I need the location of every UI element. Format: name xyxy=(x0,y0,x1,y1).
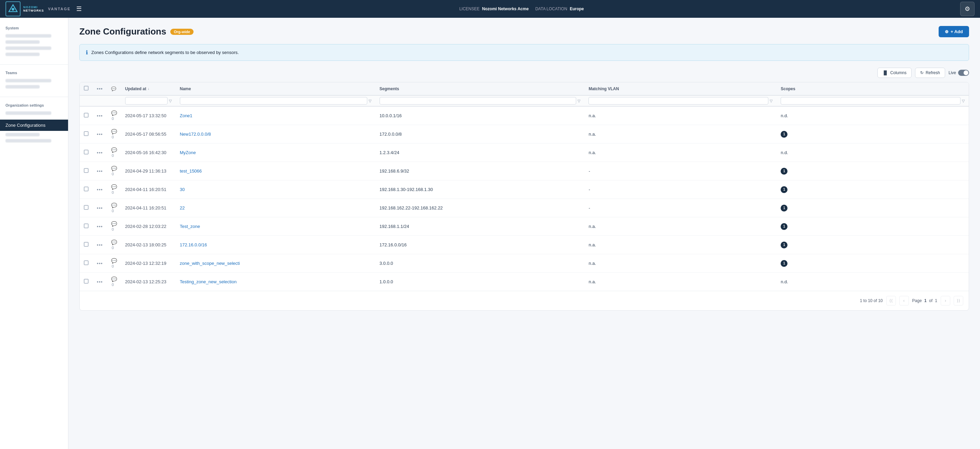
row-comment-cell[interactable]: 💬 0 xyxy=(107,162,121,181)
row-name-link[interactable]: MyZone xyxy=(180,150,196,155)
row-comment-icon[interactable]: 💬 xyxy=(111,203,117,208)
row-dots-icon[interactable]: ••• xyxy=(97,224,103,229)
row-comment-icon[interactable]: 💬 xyxy=(111,184,117,190)
row-dots-icon[interactable]: ••• xyxy=(97,113,103,119)
row-name[interactable]: Test_zone xyxy=(176,217,375,236)
row-checkbox[interactable] xyxy=(84,187,89,191)
filter-scopes-input[interactable] xyxy=(781,97,961,105)
row-comment-icon[interactable]: 💬 xyxy=(111,276,117,282)
row-name-link[interactable]: test_15066 xyxy=(180,168,202,174)
row-name-link[interactable]: Testing_zone_new_selection xyxy=(180,279,237,284)
row-actions-cell[interactable]: ••• xyxy=(93,273,107,291)
row-checkbox-cell[interactable] xyxy=(80,125,93,143)
row-name[interactable]: New172.0.0.0/8 xyxy=(176,125,375,143)
prev-page-button[interactable]: ‹ xyxy=(899,296,909,306)
row-name[interactable]: 30 xyxy=(176,181,375,199)
row-dots-icon[interactable]: ••• xyxy=(97,205,103,211)
row-dots-icon[interactable]: ••• xyxy=(97,150,103,155)
live-toggle-switch[interactable] xyxy=(958,70,969,76)
first-page-button[interactable]: ⟨⟨ xyxy=(886,296,896,306)
row-checkbox-cell[interactable] xyxy=(80,254,93,273)
filter-updated-at-input[interactable] xyxy=(125,97,167,105)
row-name-link[interactable]: zone_with_scope_new_selecti xyxy=(180,261,240,266)
row-comment-icon[interactable]: 💬 xyxy=(111,129,117,134)
row-dots-icon[interactable]: ••• xyxy=(97,168,103,174)
row-actions-cell[interactable]: ••• xyxy=(93,199,107,217)
refresh-button[interactable]: ↻ Refresh xyxy=(915,68,945,78)
row-actions-cell[interactable]: ••• xyxy=(93,236,107,254)
row-dots-icon[interactable]: ••• xyxy=(97,187,103,192)
row-dots-icon[interactable]: ••• xyxy=(97,242,103,248)
row-comment-cell[interactable]: 💬 0 xyxy=(107,236,121,254)
row-dots-icon[interactable]: ••• xyxy=(97,132,103,137)
header-checkbox[interactable] xyxy=(80,83,93,95)
row-comment-cell[interactable]: 💬 0 xyxy=(107,199,121,217)
row-checkbox[interactable] xyxy=(84,113,89,117)
header-matching-vlan[interactable]: Matching VLAN xyxy=(584,83,776,95)
row-comment-cell[interactable]: 💬 0 xyxy=(107,143,121,162)
row-name[interactable]: zone_with_scope_new_selecti xyxy=(176,254,375,273)
row-name[interactable]: test_15066 xyxy=(176,162,375,181)
row-actions-cell[interactable]: ••• xyxy=(93,217,107,236)
row-name-link[interactable]: Test_zone xyxy=(180,224,200,229)
row-comment-cell[interactable]: 💬 0 xyxy=(107,181,121,199)
row-checkbox[interactable] xyxy=(84,260,89,265)
row-actions-cell[interactable]: ••• xyxy=(93,162,107,181)
row-checkbox-cell[interactable] xyxy=(80,106,93,125)
row-name-link[interactable]: 30 xyxy=(180,187,185,192)
row-checkbox-cell[interactable] xyxy=(80,217,93,236)
columns-button[interactable]: ▐▌ Columns xyxy=(877,68,912,78)
header-name[interactable]: Name xyxy=(176,83,375,95)
row-checkbox-cell[interactable] xyxy=(80,181,93,199)
filter-vlan-input[interactable] xyxy=(589,97,768,105)
hamburger-menu[interactable]: ☰ xyxy=(75,4,83,14)
row-name[interactable]: 22 xyxy=(176,199,375,217)
row-checkbox[interactable] xyxy=(84,150,89,154)
last-page-button[interactable]: ⟩⟩ xyxy=(954,296,963,306)
row-dots-icon[interactable]: ••• xyxy=(97,261,103,266)
row-checkbox[interactable] xyxy=(84,279,89,284)
row-checkbox[interactable] xyxy=(84,131,89,136)
filter-segments-icon[interactable]: ▽ xyxy=(578,99,580,103)
filter-name-icon[interactable]: ▽ xyxy=(369,99,371,103)
row-checkbox-cell[interactable] xyxy=(80,143,93,162)
row-name[interactable]: MyZone xyxy=(176,143,375,162)
sort-icon[interactable]: ↓ xyxy=(148,87,150,90)
add-button[interactable]: ⊕ + Add xyxy=(939,26,969,37)
row-actions-cell[interactable]: ••• xyxy=(93,254,107,273)
filter-updated-at-icon[interactable]: ▽ xyxy=(169,99,172,103)
row-comment-icon[interactable]: 💬 xyxy=(111,240,117,245)
row-checkbox[interactable] xyxy=(84,168,89,173)
row-checkbox[interactable] xyxy=(84,224,89,228)
row-name[interactable]: Testing_zone_new_selection xyxy=(176,273,375,291)
next-page-button[interactable]: › xyxy=(941,296,950,306)
row-comment-icon[interactable]: 💬 xyxy=(111,221,117,227)
row-name-link[interactable]: 172.16.0.0/16 xyxy=(180,242,207,248)
row-actions-cell[interactable]: ••• xyxy=(93,143,107,162)
row-comment-cell[interactable]: 💬 0 xyxy=(107,273,121,291)
row-name-link[interactable]: 22 xyxy=(180,205,185,211)
header-updated-at[interactable]: Updated at ↓ xyxy=(121,83,176,95)
row-actions-cell[interactable]: ••• xyxy=(93,125,107,143)
row-name[interactable]: Zone1 xyxy=(176,106,375,125)
row-comment-icon[interactable]: 💬 xyxy=(111,110,117,116)
filter-name-input[interactable] xyxy=(180,97,367,105)
settings-button[interactable]: ⚙ xyxy=(960,2,975,16)
row-actions-cell[interactable]: ••• xyxy=(93,106,107,125)
row-comment-cell[interactable]: 💬 0 xyxy=(107,217,121,236)
row-checkbox-cell[interactable] xyxy=(80,162,93,181)
row-name-link[interactable]: New172.0.0.0/8 xyxy=(180,132,211,137)
row-comment-icon[interactable]: 💬 xyxy=(111,166,117,171)
row-checkbox[interactable] xyxy=(84,205,89,210)
filter-vlan-icon[interactable]: ▽ xyxy=(770,99,772,103)
sidebar-item-zone-configurations[interactable]: Zone Configurations xyxy=(0,120,68,131)
row-actions-cell[interactable]: ••• xyxy=(93,181,107,199)
header-segments[interactable]: Segments xyxy=(375,83,585,95)
row-checkbox-cell[interactable] xyxy=(80,199,93,217)
filter-scopes-icon[interactable]: ▽ xyxy=(962,99,965,103)
header-scopes[interactable]: Scopes xyxy=(776,83,969,95)
row-checkbox-cell[interactable] xyxy=(80,236,93,254)
row-comment-cell[interactable]: 💬 0 xyxy=(107,254,121,273)
row-comment-icon[interactable]: 💬 xyxy=(111,147,117,153)
row-dots-icon[interactable]: ••• xyxy=(97,279,103,285)
